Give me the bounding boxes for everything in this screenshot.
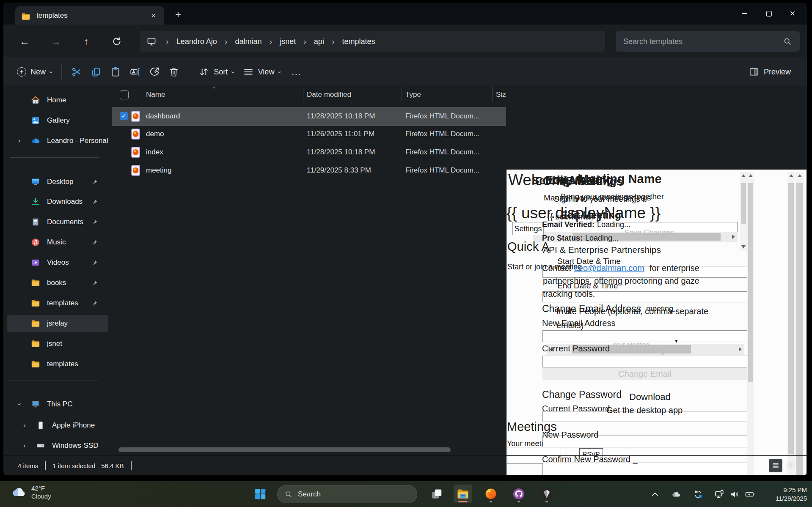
sidebar-item-downloads[interactable]: Downloads: [7, 193, 108, 210]
close-icon[interactable]: ×: [548, 174, 553, 182]
file-row-dashboard[interactable]: ✓dashboard11/28/2025 10:18 PMFirefox HTM…: [112, 107, 506, 126]
sidebar-item-this-pc[interactable]: ›This PC: [7, 396, 108, 413]
sidebar-item-music[interactable]: Music: [7, 234, 108, 251]
large-icons-view-button[interactable]: [784, 459, 797, 471]
back-button[interactable]: ←: [16, 33, 33, 50]
refresh-button[interactable]: [108, 33, 125, 50]
start-button[interactable]: [251, 485, 270, 503]
column-header-name[interactable]: Name: [146, 90, 165, 99]
chevron-right-icon[interactable]: ›: [18, 137, 20, 145]
sidebar-item-jsnet[interactable]: jsnet: [7, 335, 108, 352]
scroll-down-arrow-icon[interactable]: [741, 245, 746, 248]
tab-close-icon[interactable]: ×: [149, 11, 158, 20]
weather-widget[interactable]: 42°F Cloudy: [12, 484, 51, 500]
scrollbar-thumb[interactable]: [741, 183, 746, 224]
row-checkbox[interactable]: ✓: [120, 112, 128, 120]
sidebar-item-home[interactable]: Home: [7, 92, 108, 109]
volume-tray-icon[interactable]: [729, 489, 740, 499]
explorer-tab[interactable]: templates ×: [15, 6, 164, 25]
file-row-meeting[interactable]: meeting11/29/2025 8:33 PMFirefox HTML Do…: [112, 162, 506, 180]
update-tray-icon[interactable]: [693, 489, 703, 499]
column-divider[interactable]: [303, 87, 303, 101]
scrollbar-thumb[interactable]: [748, 183, 753, 382]
display-tray-icon[interactable]: [714, 489, 724, 499]
task-view-button[interactable]: [427, 485, 446, 503]
column-divider[interactable]: [402, 87, 402, 101]
sidebar-item-jsrelay[interactable]: jsrelay: [7, 315, 108, 332]
new-tab-button[interactable]: +: [175, 8, 181, 20]
preview-vertical-scrollbar[interactable]: [740, 172, 747, 251]
sidebar-item-leandro-personal[interactable]: ›Leandro - Personal: [7, 132, 108, 149]
up-button[interactable]: ↑: [78, 33, 95, 50]
breadcrumb-item[interactable]: jsnet: [280, 37, 296, 46]
details-view-button[interactable]: [769, 459, 782, 472]
maximize-button[interactable]: [757, 3, 781, 25]
copy-button[interactable]: [86, 63, 106, 81]
close-button[interactable]: ×: [781, 3, 804, 25]
delete-button[interactable]: [164, 63, 184, 81]
close-icon[interactable]: ×: [563, 174, 567, 182]
scroll-up-arrow-icon[interactable]: [798, 174, 802, 177]
breadcrumb-item[interactable]: dalmian: [235, 37, 261, 46]
column-header-size[interactable]: Size: [496, 90, 506, 99]
share-button[interactable]: [145, 63, 164, 81]
select-all-checkbox[interactable]: [120, 90, 129, 99]
hidden-icons-chevron[interactable]: [650, 489, 660, 499]
battery-tray-icon[interactable]: [745, 489, 755, 499]
forward-button[interactable]: →: [47, 33, 64, 50]
sidebar-item-videos[interactable]: Videos: [7, 254, 108, 271]
sidebar-item-desktop[interactable]: Desktop: [7, 173, 108, 190]
chevron-right-icon[interactable]: ›: [23, 422, 25, 429]
sidebar-item-gallery[interactable]: Gallery: [7, 112, 108, 129]
column-divider[interactable]: [492, 87, 493, 101]
taskbar-search[interactable]: Search: [277, 485, 417, 503]
scroll-up-arrow-icon[interactable]: [741, 174, 746, 177]
view-icon: [243, 66, 254, 77]
sidebar-item-books[interactable]: books: [7, 274, 108, 291]
address-bar[interactable]: ›Leandro Ajo›dalmian›jsnet›api›templates: [140, 31, 605, 52]
preview-vertical-scrollbar[interactable]: [747, 172, 754, 475]
sidebar-item-templates[interactable]: templates: [7, 295, 108, 312]
preview-settings-tab[interactable]: Settings: [512, 222, 544, 235]
github-desktop-button[interactable]: [509, 485, 528, 503]
paste-button[interactable]: [106, 63, 125, 81]
view-button[interactable]: View ›: [239, 63, 285, 81]
sidebar-item-templates[interactable]: templates: [7, 356, 108, 373]
horizontal-scrollbar[interactable]: [118, 447, 451, 452]
rename-button[interactable]: [125, 63, 145, 81]
minimize-button[interactable]: [732, 3, 756, 25]
file-row-index[interactable]: index11/28/2025 10:18 PMFirefox HTML Doc…: [112, 143, 506, 162]
scrollbar-thumb[interactable]: [788, 183, 794, 454]
breadcrumb-item[interactable]: api: [314, 37, 324, 46]
sidebar-item-windows-ssd[interactable]: ›Windows-SSD: [7, 437, 108, 454]
preview-input-box: [542, 356, 747, 367]
preview-vertical-scrollbar[interactable]: [795, 172, 804, 475]
firefox-button[interactable]: [482, 485, 500, 503]
column-header-date-modified[interactable]: Date modified: [307, 90, 351, 99]
chevron-right-icon[interactable]: ›: [23, 442, 25, 449]
more-options-button[interactable]: …: [285, 63, 308, 81]
file-row-demo[interactable]: demo11/26/2025 11:01 PMFirefox HTML Docu…: [112, 125, 506, 143]
breadcrumb-item[interactable]: templates: [342, 37, 375, 46]
scroll-right-arrow-icon[interactable]: [739, 347, 742, 351]
onedrive-tray-icon[interactable]: [671, 489, 681, 499]
sort-button[interactable]: Sort ›: [194, 63, 238, 81]
taskbar-clock[interactable]: 9:25 PM 11/29/2025: [776, 486, 807, 503]
scroll-right-arrow-icon[interactable]: [732, 235, 735, 239]
new-button[interactable]: + New ›: [13, 63, 56, 81]
file-explorer-button[interactable]: [454, 485, 472, 503]
scroll-up-arrow-icon[interactable]: [789, 174, 793, 177]
preview-button-change-email[interactable]: Change Email: [542, 368, 747, 380]
breadcrumb-item[interactable]: Leandro Ajo: [176, 37, 217, 46]
search-box[interactable]: Search templates: [616, 31, 800, 52]
sidebar-item-apple-iphone[interactable]: ›Apple iPhone: [7, 417, 108, 434]
chevron-down-icon[interactable]: ›: [16, 403, 23, 405]
sidebar-item-documents[interactable]: Documents: [7, 214, 108, 230]
scroll-up-arrow-icon[interactable]: [749, 174, 753, 177]
preview-toggle-button[interactable]: Preview: [744, 63, 795, 81]
column-header-type[interactable]: Type: [405, 90, 421, 99]
obsidian-button[interactable]: [537, 485, 556, 503]
cut-button[interactable]: [67, 63, 86, 81]
scrollbar-thumb[interactable]: [796, 183, 803, 475]
preview-vertical-scrollbar[interactable]: [787, 172, 795, 475]
